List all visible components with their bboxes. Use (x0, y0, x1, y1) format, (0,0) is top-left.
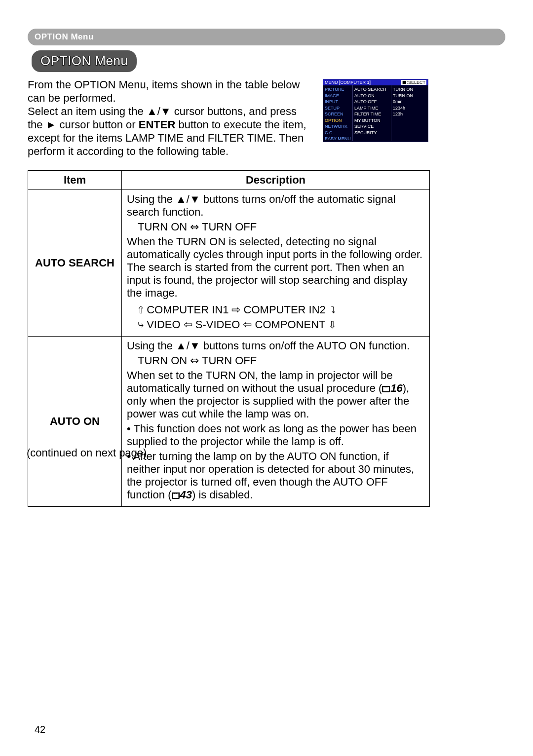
continued-note: (continued on next page) (27, 447, 147, 459)
osd-value-7 (393, 130, 426, 136)
enter-label: ENTER (139, 118, 176, 131)
breadcrumb-text: OPTION Menu (35, 32, 94, 42)
osd-menu-column: PICTUREIMAGEINPUTSETUPSCREENOPTIONNETWOR… (323, 85, 353, 141)
page-number: 42 (35, 724, 45, 735)
manual-ref-icon (382, 386, 390, 392)
row-auto-on-desc: Using the ▲/▼ buttons turns on/off the A… (122, 337, 430, 507)
th-description: Description (122, 171, 430, 190)
auto-on-bullet1: • This function does not work as long as… (127, 422, 424, 448)
ref-16: 16 (390, 382, 402, 394)
flow-top: COMPUTER IN1 ⇨ COMPUTER IN2 (147, 303, 326, 316)
auto-on-bullet2: • After turning the lamp on by the AUTO … (127, 450, 424, 501)
osd-value-1: TURN ON (393, 93, 426, 99)
flow-bottom: VIDEO ⇦ S-VIDEO ⇦ COMPONENT (147, 318, 325, 331)
osd-value-0: TURN ON (393, 86, 426, 93)
flow-corner-icon: ⤵ (329, 302, 336, 317)
osd-header-right: ⯀:SELECT (401, 80, 426, 85)
ref-43: 43 (180, 489, 192, 501)
osd-items-column: AUTO SEARCHAUTO ONAUTO OFFLAMP TIMEFILTE… (353, 85, 391, 141)
osd-value-6 (393, 123, 426, 130)
row-auto-search-item: AUTO SEARCH (28, 190, 122, 337)
osd-header: MENU [COMPUTER 1] ⯀:SELECT (323, 79, 428, 85)
osd-menu-option: OPTION (325, 117, 351, 124)
osd-value-3: 1234h (393, 105, 426, 112)
auto-search-toggle: TURN ON ⇔ TURN OFF (127, 221, 424, 233)
flow-arrow-up-icon: ⇧ (137, 302, 144, 317)
osd-screenshot: MENU [COMPUTER 1] ⯀:SELECT PICTUREIMAGEI… (323, 79, 428, 142)
osd-item-my-button: MY BUTTON (354, 117, 389, 124)
auto-on-para1: When set to the TURN ON, the lamp in pro… (127, 369, 424, 420)
row-auto-on-item: AUTO ON (28, 337, 122, 507)
osd-menu-picture: PICTURE (325, 86, 351, 93)
osd-menu-input: INPUT (325, 99, 351, 105)
th-item: Item (28, 171, 122, 190)
auto-on-p1a: When set to the TURN ON, the lamp in pro… (127, 369, 393, 394)
osd-item-auto-on: AUTO ON (354, 93, 389, 99)
auto-search-line1: Using the ▲/▼ buttons turns on/off the a… (127, 193, 424, 219)
section-title-pill: OPTION Menu (32, 50, 137, 72)
osd-item-service: SERVICE (354, 123, 389, 130)
auto-on-b2a: • After turning the lamp on by the AUTO … (127, 450, 414, 501)
osd-menu-c-c-: C.C. (325, 130, 351, 136)
osd-value-5 (393, 117, 426, 124)
osd-item-auto-off: AUTO OFF (354, 99, 389, 105)
osd-menu-screen: SCREEN (325, 111, 351, 117)
osd-value-2: 0min (393, 99, 426, 105)
auto-search-para: When the TURN ON is selected, detecting … (127, 235, 424, 300)
osd-item-auto-search: AUTO SEARCH (354, 86, 389, 93)
osd-body: PICTUREIMAGEINPUTSETUPSCREENOPTIONNETWOR… (323, 85, 428, 141)
osd-menu-easy-menu: EASY MENU (325, 136, 351, 142)
osd-item-lamp-time: LAMP TIME (354, 105, 389, 112)
auto-on-b2b: ) is disabled. (192, 489, 253, 501)
osd-header-left: MENU [COMPUTER 1] (325, 80, 371, 85)
osd-values-column: TURN ONTURN ON0min1234h123h (391, 85, 428, 141)
flow-corner-icon: ⤷ (137, 317, 144, 332)
osd-item-filter-time: FILTER TIME (354, 111, 389, 117)
signal-flow-diagram: ⇧ COMPUTER IN1 ⇨ COMPUTER IN2 ⤵ ⤷ VIDEO … (137, 302, 424, 332)
osd-item-security: SECURITY (354, 130, 389, 136)
manual-ref-icon (172, 492, 180, 499)
osd-value-4: 123h (393, 111, 426, 117)
intro-line1: From the OPTION Menu, items shown in the… (28, 78, 300, 104)
osd-menu-setup: SETUP (325, 105, 351, 112)
section-title: OPTION Menu (40, 53, 128, 68)
intro-paragraph: From the OPTION Menu, items shown in the… (28, 78, 314, 158)
row-auto-search-desc: Using the ▲/▼ buttons turns on/off the a… (122, 190, 430, 337)
auto-on-toggle: TURN ON ⇔ TURN OFF (127, 354, 424, 367)
osd-menu-network: NETWORK (325, 123, 351, 130)
auto-on-line1: Using the ▲/▼ buttons turns on/off the A… (127, 340, 424, 352)
breadcrumb-bar: OPTION Menu (28, 29, 505, 45)
osd-menu-image: IMAGE (325, 93, 351, 99)
flow-arrow-down-icon: ⇩ (328, 317, 335, 332)
